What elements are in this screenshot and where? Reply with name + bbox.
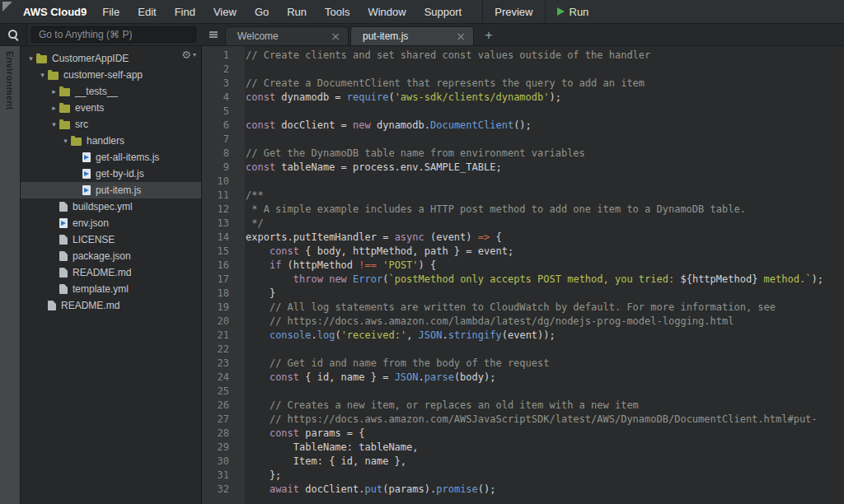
code-line[interactable]: 30 Item: { id, name },	[202, 455, 844, 469]
tree-item-buildspec.yml[interactable]: buildspec.yml	[21, 198, 201, 215]
line-number[interactable]: 16	[202, 259, 240, 273]
tree-item-handlers[interactable]: ▾handlers	[21, 133, 201, 149]
line-number[interactable]: 24	[202, 371, 240, 385]
line-number[interactable]: 15	[202, 245, 240, 259]
code-line[interactable]: 29 TableName: tableName,	[202, 441, 844, 455]
code-line[interactable]: 28 const params = {	[202, 427, 844, 441]
new-tab-button[interactable]: +	[479, 26, 499, 44]
line-number[interactable]: 4	[202, 91, 240, 105]
tree-item-__tests__[interactable]: ▸__tests__	[21, 83, 201, 100]
code-line[interactable]: 15 const { body, httpMethod, path } = ev…	[202, 245, 844, 259]
code-editor[interactable]: 1// Create clients and set shared const …	[202, 46, 844, 504]
line-number[interactable]: 13	[202, 217, 240, 231]
code-line[interactable]: 26 // Creates a new item, or replaces an…	[202, 399, 844, 413]
tab-close-icon[interactable]: ×	[456, 30, 466, 42]
menu-edit[interactable]: Edit	[129, 0, 165, 24]
line-number[interactable]: 14	[202, 231, 240, 245]
caret-right-icon[interactable]: ▸	[49, 104, 59, 112]
tree-item-CustomerAppIDE[interactable]: ▾CustomerAppIDE	[21, 50, 201, 67]
line-number[interactable]: 22	[202, 343, 240, 357]
code-line[interactable]: 11/**	[202, 189, 844, 203]
line-number[interactable]: 1	[202, 49, 240, 63]
code-line[interactable]: 4const dynamodb = require('aws-sdk/clien…	[202, 91, 844, 105]
line-number[interactable]: 19	[202, 301, 240, 315]
line-number[interactable]: 26	[202, 399, 240, 413]
environment-panel-tab[interactable]: Environment	[0, 46, 21, 504]
code-line[interactable]: 13 */	[202, 217, 844, 231]
code-line[interactable]: 7	[202, 133, 844, 147]
code-line[interactable]: 2	[202, 63, 844, 77]
settings-gear-button[interactable]: ⚙ ▾	[181, 49, 196, 61]
line-number[interactable]: 11	[202, 189, 240, 203]
code-line[interactable]: 20 // https://docs.aws.amazon.com/lambda…	[202, 315, 844, 329]
tab-list-button[interactable]	[205, 26, 222, 43]
tree-item-package.json[interactable]: package.json	[21, 248, 201, 264]
menu-support[interactable]: Support	[415, 0, 471, 24]
code-line[interactable]: 24 const { id, name } = JSON.parse(body)…	[202, 371, 844, 385]
code-line[interactable]: 8// Get the DynamoDB table name from env…	[202, 147, 844, 161]
code-line[interactable]: 25	[202, 385, 844, 399]
line-number[interactable]: 18	[202, 287, 240, 301]
line-number[interactable]: 20	[202, 315, 240, 329]
line-number[interactable]: 31	[202, 469, 240, 483]
line-number[interactable]: 6	[202, 119, 240, 133]
tree-item-get-by-id.js[interactable]: get-by-id.js	[21, 166, 201, 182]
line-number[interactable]: 29	[202, 441, 240, 455]
collapse-menubar-icon[interactable]	[2, 2, 12, 12]
tree-item-put-item.js[interactable]: put-item.js	[21, 182, 201, 198]
tree-item-customer-self-app[interactable]: ▾customer-self-app	[21, 67, 201, 83]
line-number[interactable]: 3	[202, 77, 240, 91]
code-line[interactable]: 9const tableName = process.env.SAMPLE_TA…	[202, 161, 844, 175]
code-line[interactable]: 6const docClient = new dynamodb.Document…	[202, 119, 844, 133]
line-number[interactable]: 30	[202, 455, 240, 469]
line-number[interactable]: 27	[202, 413, 240, 427]
line-number[interactable]: 10	[202, 175, 240, 189]
menu-window[interactable]: Window	[359, 0, 415, 24]
code-line[interactable]: 14exports.putItemHandler = async (event)…	[202, 231, 844, 245]
tab-close-icon[interactable]: ×	[331, 30, 340, 42]
menu-find[interactable]: Find	[166, 0, 204, 24]
tree-item-LICENSE[interactable]: LICENSE	[21, 231, 201, 248]
tree-item-get-all-items.js[interactable]: get-all-items.js	[21, 149, 201, 166]
tree-item-events[interactable]: ▸events	[21, 100, 201, 116]
caret-right-icon[interactable]: ▸	[49, 87, 59, 96]
menu-tools[interactable]: Tools	[316, 0, 359, 24]
code-line[interactable]: 17 throw new Error(`postMethod only acce…	[202, 273, 844, 287]
code-line[interactable]: 18 }	[202, 287, 844, 301]
code-line[interactable]: 27 // https://docs.aws.amazon.com/AWSJav…	[202, 413, 844, 427]
code-line[interactable]: 3// Create a DocumentClient that represe…	[202, 77, 844, 91]
tree-item-env.json[interactable]: env.json	[21, 215, 201, 231]
caret-down-icon[interactable]: ▾	[26, 54, 36, 63]
line-number[interactable]: 8	[202, 147, 240, 161]
code-line[interactable]: 16 if (httpMethod !== 'POST') {	[202, 259, 844, 273]
line-number[interactable]: 2	[202, 63, 240, 77]
caret-down-icon[interactable]: ▾	[60, 137, 71, 145]
line-number[interactable]: 12	[202, 203, 240, 217]
line-number[interactable]: 21	[202, 329, 240, 343]
line-number[interactable]: 7	[202, 133, 240, 147]
code-line[interactable]: 10	[202, 175, 844, 189]
line-number[interactable]: 23	[202, 357, 240, 371]
tree-item-README.md[interactable]: README.md	[21, 264, 201, 281]
goto-anything-input[interactable]	[31, 26, 196, 43]
line-number[interactable]: 32	[202, 483, 240, 497]
line-number[interactable]: 9	[202, 161, 240, 175]
menu-go[interactable]: Go	[246, 0, 278, 24]
code-line[interactable]: 32 await docClient.put(params).promise()…	[202, 483, 844, 497]
line-number[interactable]: 25	[202, 385, 240, 399]
run-button[interactable]: Run	[546, 0, 601, 24]
code-line[interactable]: 1// Create clients and set shared const …	[202, 49, 844, 63]
menu-run[interactable]: Run	[278, 0, 316, 24]
tree-item-template.yml[interactable]: template.yml	[21, 281, 201, 297]
preview-button[interactable]: Preview	[483, 0, 544, 24]
tab-put-item.js[interactable]: put-item.js×	[350, 26, 474, 45]
search-button[interactable]	[0, 24, 27, 45]
code-line[interactable]: 21 console.log('received:', JSON.stringi…	[202, 329, 844, 343]
code-line[interactable]: 31 };	[202, 469, 844, 483]
menu-file[interactable]: File	[93, 0, 129, 24]
caret-down-icon[interactable]: ▾	[49, 120, 59, 128]
code-line[interactable]: 5	[202, 105, 844, 119]
tab-Welcome[interactable]: Welcome×	[225, 26, 349, 45]
caret-down-icon[interactable]: ▾	[37, 71, 48, 79]
code-line[interactable]: 12 * A simple example includes a HTTP po…	[202, 203, 844, 217]
